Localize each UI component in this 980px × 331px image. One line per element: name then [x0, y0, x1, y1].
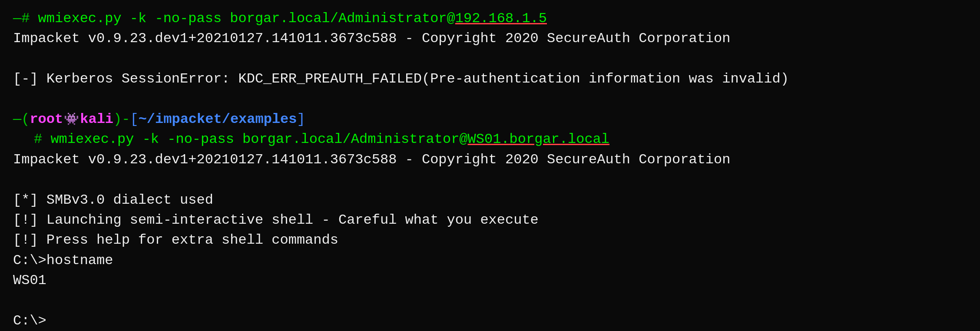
- prompt-kali: kali: [80, 109, 113, 129]
- kerberos-error: [-] Kerberos SessionError: KDC_ERR_PREAU…: [13, 69, 789, 89]
- terminal-line-final-prompt: C:\>: [13, 311, 967, 331]
- hostname-target: WS01.borgar.local: [468, 129, 609, 149]
- terminal-line-1: — # wmiexec.py -k -no-pass borgar.local/…: [13, 9, 967, 29]
- launch-shell: [!] Launching semi-interactive shell - C…: [13, 210, 539, 230]
- terminal-line-7: # wmiexec.py -k -no-pass borgar.local/Ad…: [13, 129, 967, 149]
- terminal-line-4: [-] Kerberos SessionError: KDC_ERR_PREAU…: [13, 69, 967, 89]
- impacket-version-2: Impacket v0.9.23.dev1+20210127.141011.36…: [13, 150, 730, 170]
- prompt-open-bracket: [: [130, 109, 138, 129]
- prompt-root: root: [30, 109, 63, 129]
- pixel-icon: 👾: [64, 111, 79, 129]
- prompt-open-paren: (: [21, 109, 30, 129]
- prompt-dash: —: [13, 9, 21, 29]
- ws01-output: WS01: [13, 271, 46, 291]
- blank-line-3: [13, 170, 967, 190]
- impacket-version-1: Impacket v0.9.23.dev1+20210127.141011.36…: [13, 29, 730, 49]
- hostname-command: C:\>hostname: [13, 251, 113, 271]
- terminal-prompt-line: — ( root 👾 kali ) - [ ~/impacket/example…: [13, 109, 967, 129]
- ip-address: 192.168.1.5: [455, 9, 547, 29]
- prompt-path: ~/impacket/examples: [139, 109, 297, 129]
- terminal-line-hostname-cmd: C:\>hostname: [13, 251, 967, 271]
- blank-line-2: [13, 89, 967, 109]
- prompt-close-paren: ): [113, 109, 122, 129]
- prompt-close-bracket: ]: [297, 109, 305, 129]
- final-prompt: C:\>: [13, 311, 46, 331]
- command-text-1: wmiexec.py -k -no-pass borgar.local/Admi…: [38, 9, 455, 29]
- terminal-line-smb: [*] SMBv3.0 dialect used: [13, 190, 967, 210]
- prompt-dash-2: —: [13, 109, 21, 129]
- terminal-line-ws01: WS01: [13, 271, 967, 291]
- blank-line-4: [13, 291, 967, 311]
- terminal-line-launch: [!] Launching semi-interactive shell - C…: [13, 210, 967, 230]
- prompt-dash-3: -: [122, 109, 130, 129]
- press-help: [!] Press help for extra shell commands: [13, 230, 338, 250]
- terminal-line-8: Impacket v0.9.23.dev1+20210127.141011.36…: [13, 150, 967, 170]
- prompt-hash: #: [21, 9, 38, 29]
- blank-line-1: [13, 49, 967, 69]
- terminal-line-2: Impacket v0.9.23.dev1+20210127.141011.36…: [13, 29, 967, 49]
- terminal-line-help: [!] Press help for extra shell commands: [13, 230, 967, 250]
- command-text-2: wmiexec.py -k -no-pass borgar.local/Admi…: [50, 129, 467, 149]
- smb-dialect: [*] SMBv3.0 dialect used: [13, 190, 213, 210]
- terminal-window: — # wmiexec.py -k -no-pass borgar.local/…: [13, 9, 967, 322]
- prompt-hash-2: #: [34, 129, 50, 149]
